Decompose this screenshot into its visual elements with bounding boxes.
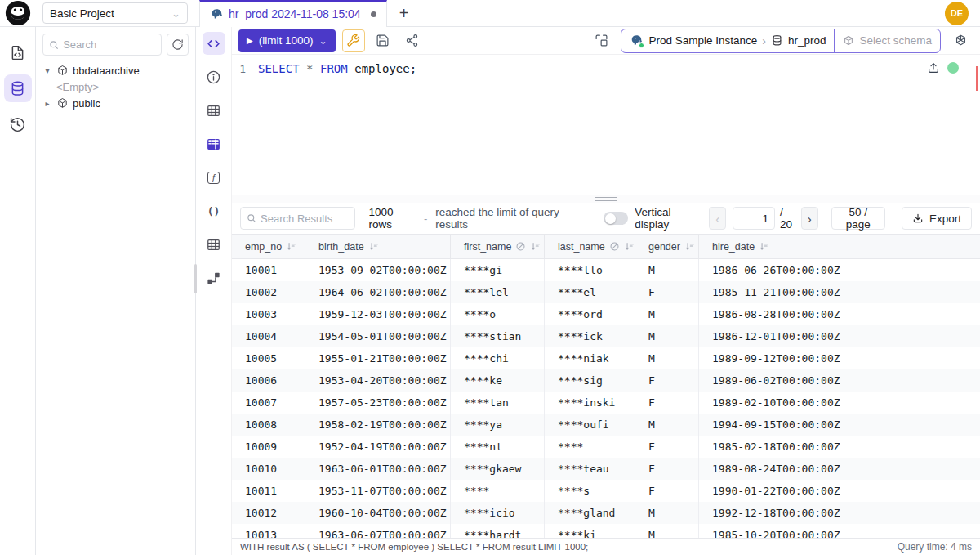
sort-icon[interactable]: [368, 241, 379, 252]
table-cell[interactable]: 10013: [232, 524, 305, 538]
sql-code-editor[interactable]: 1 SELECT * FROM employee;: [232, 55, 980, 195]
table-cell[interactable]: ****ick: [545, 325, 635, 347]
table-cell[interactable]: ****sig: [545, 369, 635, 392]
table-cell[interactable]: M: [635, 502, 699, 524]
table-cell[interactable]: 1952-04-19T00:00:00Z: [305, 436, 451, 458]
table-cell[interactable]: M: [635, 414, 699, 436]
table-cell[interactable]: 1953-04-20T00:00:00Z: [305, 369, 451, 392]
tree-refresh-button[interactable]: [167, 34, 189, 56]
format-sql-button[interactable]: [342, 29, 365, 52]
table-cell[interactable]: 1955-01-21T00:00:00Z: [305, 347, 451, 369]
tab-hr-prod[interactable]: hr_prod 2024-11-08 15:04: [199, 0, 387, 27]
chevron-down-icon[interactable]: ⌄: [318, 35, 327, 47]
user-avatar[interactable]: DE: [945, 2, 969, 25]
table-cell[interactable]: ****oufi: [545, 414, 635, 436]
table-cell[interactable]: M: [635, 303, 699, 325]
table-cell[interactable]: ****ke: [451, 369, 545, 392]
table-cell[interactable]: 1953-11-07T00:00:00Z: [305, 480, 451, 502]
column-header-birth_date[interactable]: birth_date: [305, 235, 451, 258]
strip-item-views[interactable]: [203, 233, 225, 256]
export-button[interactable]: Export: [902, 207, 972, 230]
table-cell[interactable]: 1992-12-18T00:00:00Z: [699, 502, 844, 524]
column-header-last_name[interactable]: last_name: [545, 235, 635, 258]
next-page-button[interactable]: ›: [801, 207, 818, 230]
table-cell[interactable]: 10012: [232, 502, 305, 524]
table-cell[interactable]: ****chi: [451, 347, 545, 369]
table-row[interactable]: 100121960-10-04T00:00:00Z****icio****gla…: [232, 502, 980, 524]
table-row[interactable]: 100101963-06-01T00:00:00Z****gkaew****te…: [232, 458, 980, 480]
table-row[interactable]: 100021964-06-02T00:00:00Z****lel****elF1…: [232, 281, 980, 303]
prev-page-button[interactable]: ‹: [709, 207, 726, 230]
divider-drag-handle[interactable]: [194, 264, 197, 293]
strip-item-table-detail[interactable]: [203, 132, 225, 155]
table-cell[interactable]: ****o: [451, 303, 545, 325]
sort-icon[interactable]: [684, 241, 695, 252]
table-cell[interactable]: 1957-05-23T00:00:00Z: [305, 392, 451, 414]
sidebar-item-databases[interactable]: [4, 74, 32, 102]
run-query-button[interactable]: ▶ (limit 1000) ⌄: [238, 29, 336, 52]
table-cell[interactable]: 10004: [232, 325, 305, 347]
table-cell[interactable]: 1986-08-28T00:00:00Z: [699, 303, 844, 325]
table-cell[interactable]: F: [635, 480, 699, 502]
table-cell[interactable]: 1959-12-03T00:00:00Z: [305, 303, 451, 325]
code-line-1[interactable]: 1 SELECT * FROM employee;: [232, 62, 980, 75]
table-cell[interactable]: 1958-02-19T00:00:00Z: [305, 414, 451, 436]
strip-item-functions[interactable]: ƒ: [203, 166, 225, 189]
strip-item-sql[interactable]: [203, 32, 225, 55]
tree-search-input[interactable]: [63, 38, 155, 51]
table-cell[interactable]: 1964-06-02T00:00:00Z: [305, 281, 451, 303]
table-cell[interactable]: 10002: [232, 281, 305, 303]
table-cell[interactable]: ****tan: [451, 392, 545, 414]
table-cell[interactable]: ****: [451, 480, 545, 502]
table-cell[interactable]: ****gi: [451, 259, 545, 281]
table-row[interactable]: 100071957-05-23T00:00:00Z****tan****insk…: [232, 392, 980, 414]
table-cell[interactable]: ****stian: [451, 325, 545, 347]
strip-item-info[interactable]: [203, 65, 225, 88]
results-search-input[interactable]: [261, 213, 349, 225]
table-cell[interactable]: ****ki: [545, 524, 635, 538]
sort-icon[interactable]: [759, 241, 769, 252]
editor-results-splitter[interactable]: [232, 195, 980, 203]
table-row[interactable]: 100131963-06-07T00:00:00Z****hardt****ki…: [232, 524, 980, 538]
table-cell[interactable]: M: [635, 347, 699, 369]
column-header-gender[interactable]: gender: [635, 235, 699, 258]
table-cell[interactable]: 1989-02-10T00:00:00Z: [699, 392, 844, 414]
table-cell[interactable]: ****icio: [451, 502, 545, 524]
table-cell[interactable]: ****ord: [545, 303, 635, 325]
table-cell[interactable]: ****nt: [451, 436, 545, 458]
table-cell[interactable]: 10003: [232, 303, 305, 325]
table-row[interactable]: 100051955-01-21T00:00:00Z****chi****niak…: [232, 347, 980, 369]
upload-icon[interactable]: [927, 61, 940, 74]
table-cell[interactable]: F: [635, 369, 699, 392]
table-cell[interactable]: 10009: [232, 436, 305, 458]
connection-breadcrumb[interactable]: Prod Sample Instance › hr_prod: [621, 29, 834, 52]
sort-icon[interactable]: [624, 241, 635, 252]
table-cell[interactable]: 1989-09-12T00:00:00Z: [699, 347, 844, 369]
results-search[interactable]: [240, 207, 355, 230]
schema-select[interactable]: Select schema: [834, 29, 940, 52]
splitter-grip-icon[interactable]: [595, 197, 617, 201]
app-logo[interactable]: [0, 0, 36, 26]
table-cell[interactable]: ****llo: [545, 259, 635, 281]
table-cell[interactable]: M: [635, 524, 699, 538]
table-cell[interactable]: 1985-10-20T00:00:00Z: [699, 524, 844, 538]
table-cell[interactable]: F: [635, 281, 699, 303]
vertical-display-toggle[interactable]: [604, 212, 628, 225]
page-number-input[interactable]: [733, 207, 775, 230]
table-row[interactable]: 100041954-05-01T00:00:00Z****stian****ic…: [232, 325, 980, 347]
table-cell[interactable]: ****hardt: [451, 524, 545, 538]
strip-item-tables[interactable]: [203, 99, 225, 122]
table-row[interactable]: 100031959-12-03T00:00:00Z****o****ordM19…: [232, 303, 980, 325]
table-cell[interactable]: ****gkaew: [451, 458, 545, 480]
tree-search[interactable]: [42, 34, 162, 56]
table-cell[interactable]: 10006: [232, 369, 305, 392]
table-cell[interactable]: ****inski: [545, 392, 635, 414]
table-row[interactable]: 100081958-02-19T00:00:00Z****ya****oufiM…: [232, 414, 980, 436]
table-cell[interactable]: F: [635, 392, 699, 414]
column-header-first_name[interactable]: first_name: [451, 235, 545, 258]
ai-assistant-button[interactable]: [949, 29, 972, 52]
table-cell[interactable]: 1986-12-01T00:00:00Z: [699, 325, 844, 347]
tree-item-bbdataarchive[interactable]: ▾ bbdataarchive: [42, 62, 189, 78]
share-sheet-button[interactable]: [401, 29, 424, 52]
table-cell[interactable]: 1985-11-21T00:00:00Z: [699, 281, 844, 303]
